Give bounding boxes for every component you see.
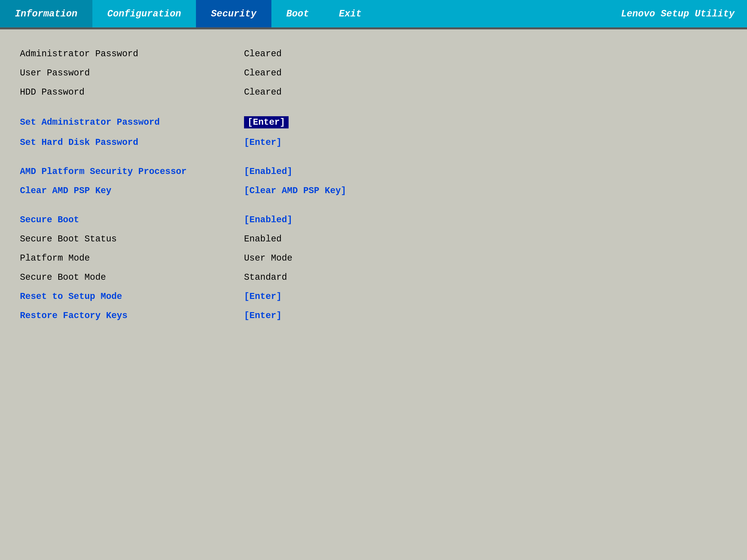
row-secure-boot[interactable]: Secure Boot [Enabled]	[20, 210, 727, 230]
label-reset-setup-mode: Reset to Setup Mode	[20, 291, 244, 302]
value-secure-boot-status: Enabled	[244, 234, 282, 244]
label-admin-password: Administrator Password	[20, 49, 244, 59]
app-brand: Lenovo Setup Utility	[609, 0, 747, 27]
spacer-1	[20, 102, 727, 112]
row-set-admin-password[interactable]: Set Administrator Password [Enter]	[20, 112, 727, 133]
tab-security[interactable]: Security	[196, 0, 271, 27]
label-hdd-password: HDD Password	[20, 87, 244, 97]
row-amd-psp[interactable]: AMD Platform Security Processor [Enabled…	[20, 162, 727, 181]
row-secure-boot-mode: Secure Boot Mode Standard	[20, 268, 727, 287]
label-user-password: User Password	[20, 68, 244, 78]
value-user-password: Cleared	[244, 68, 282, 78]
tab-configuration[interactable]: Configuration	[93, 0, 196, 27]
value-secure-boot: [Enabled]	[244, 215, 292, 225]
row-user-password: User Password Cleared	[20, 63, 727, 83]
value-set-hdd-password: [Enter]	[244, 137, 282, 148]
label-secure-boot-mode: Secure Boot Mode	[20, 272, 244, 283]
row-restore-factory-keys[interactable]: Restore Factory Keys [Enter]	[20, 306, 727, 325]
value-restore-factory-keys: [Enter]	[244, 311, 282, 321]
label-restore-factory-keys: Restore Factory Keys	[20, 311, 244, 321]
nav-separator	[0, 27, 747, 29]
value-clear-psp-key: [Clear AMD PSP Key]	[244, 186, 346, 196]
label-amd-psp: AMD Platform Security Processor	[20, 166, 244, 177]
row-reset-setup-mode[interactable]: Reset to Setup Mode [Enter]	[20, 287, 727, 306]
nav-bar: Information Configuration Security Boot …	[0, 0, 747, 27]
tab-boot[interactable]: Boot	[272, 0, 324, 27]
row-secure-boot-status: Secure Boot Status Enabled	[20, 230, 727, 249]
value-secure-boot-mode: Standard	[244, 272, 287, 283]
value-reset-setup-mode: [Enter]	[244, 291, 282, 302]
value-set-admin-password: [Enter]	[244, 116, 289, 128]
row-set-hdd-password[interactable]: Set Hard Disk Password [Enter]	[20, 133, 727, 152]
label-clear-psp-key: Clear AMD PSP Key	[20, 186, 244, 196]
value-hdd-password: Cleared	[244, 87, 282, 97]
label-platform-mode: Platform Mode	[20, 253, 244, 263]
tab-exit[interactable]: Exit	[324, 0, 377, 27]
row-clear-psp-key[interactable]: Clear AMD PSP Key [Clear AMD PSP Key]	[20, 181, 727, 201]
row-platform-mode: Platform Mode User Mode	[20, 249, 727, 268]
bios-screen: Information Configuration Security Boot …	[0, 0, 747, 560]
label-set-hdd-password: Set Hard Disk Password	[20, 137, 244, 148]
row-hdd-password: HDD Password Cleared	[20, 83, 727, 102]
spacer-3	[20, 201, 727, 210]
tab-information[interactable]: Information	[0, 0, 93, 27]
label-secure-boot: Secure Boot	[20, 215, 244, 225]
spacer-2	[20, 152, 727, 162]
value-admin-password: Cleared	[244, 49, 282, 59]
security-content: Administrator Password Cleared User Pass…	[0, 29, 747, 560]
label-set-admin-password: Set Administrator Password	[20, 117, 244, 128]
value-amd-psp: [Enabled]	[244, 166, 292, 177]
label-secure-boot-status: Secure Boot Status	[20, 234, 244, 244]
row-admin-password: Administrator Password Cleared	[20, 44, 727, 63]
value-platform-mode: User Mode	[244, 253, 292, 263]
